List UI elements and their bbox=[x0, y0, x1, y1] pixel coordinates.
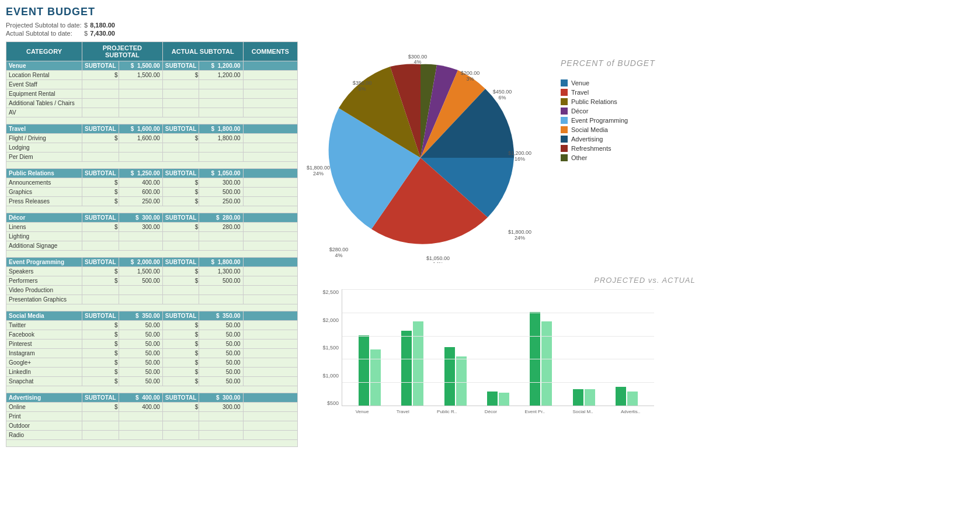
svg-text:6%: 6% bbox=[498, 95, 506, 101]
comments-cell bbox=[243, 311, 297, 321]
bar-x-label: Décor bbox=[485, 409, 497, 414]
projected-bar bbox=[487, 392, 498, 406]
item-name: Flight / Driving bbox=[6, 134, 82, 143]
legend-color bbox=[561, 154, 568, 161]
item-comment bbox=[243, 412, 297, 421]
spacer-row bbox=[6, 386, 298, 393]
projected-value: 8,180.00 bbox=[90, 22, 115, 29]
category-name: Travel bbox=[6, 124, 82, 134]
item-comment bbox=[243, 276, 297, 286]
item-name: LinkedIn bbox=[6, 368, 82, 377]
table-row: Facebook $50.00 $50.00 bbox=[6, 330, 298, 340]
pie-legend: Venue Travel Public Relations Décor Even… bbox=[561, 79, 655, 161]
item-comment bbox=[243, 321, 297, 330]
comments-cell bbox=[243, 124, 297, 134]
header-comments: COMMENTS bbox=[243, 42, 297, 61]
category-row: Public Relations SUBTOTAL $ 1,250.00 SUB… bbox=[6, 169, 298, 178]
actual-subtotal: $ 1,050.00 bbox=[199, 169, 243, 178]
proj-subtotal: $ 2,000.00 bbox=[119, 258, 162, 267]
actual-subtotal: $ 1,800.00 bbox=[199, 258, 243, 267]
right-panel: $1,200.00 16% $450.00 6% $200.00 3% $300… bbox=[304, 6, 974, 447]
item-comment bbox=[243, 178, 297, 188]
legend-color bbox=[561, 126, 568, 133]
bar-pair bbox=[616, 387, 638, 406]
item-comment bbox=[243, 99, 297, 108]
table-row: Additional Signage bbox=[6, 241, 298, 251]
bar-chart-title: PROJECTED vs. ACTUAL bbox=[315, 276, 974, 285]
table-row: Outdoor bbox=[6, 421, 298, 431]
subtotal-label: SUBTOTAL bbox=[82, 124, 119, 134]
table-row: Press Releases $250.00 $250.00 bbox=[6, 197, 298, 206]
item-name: Location Rental bbox=[6, 71, 82, 80]
item-name: Linens bbox=[6, 223, 82, 232]
item-comment bbox=[243, 340, 297, 349]
bar-x-label: Advertis.. bbox=[621, 409, 640, 414]
item-name: Radio bbox=[6, 431, 82, 440]
table-row: Per Diem bbox=[6, 153, 298, 162]
legend-label: Travel bbox=[571, 89, 589, 96]
item-comment bbox=[243, 223, 297, 232]
spacer-row bbox=[6, 251, 298, 258]
actual-subtotal: $ 300.00 bbox=[199, 393, 243, 403]
item-name: Speakers bbox=[6, 267, 82, 276]
projected-bar bbox=[401, 331, 412, 406]
page-title: EVENT BUDGET bbox=[6, 6, 298, 18]
proj-subtotal: $ 1,600.00 bbox=[119, 124, 162, 134]
legend-color bbox=[561, 89, 568, 96]
table-row: Video Production bbox=[6, 286, 298, 295]
svg-text:$350.00: $350.00 bbox=[353, 80, 372, 86]
proj-subtotal: $ 350.00 bbox=[119, 311, 162, 321]
bar-pair bbox=[573, 389, 595, 406]
svg-text:$280.00: $280.00 bbox=[329, 247, 349, 252]
svg-text:$200.00: $200.00 bbox=[461, 70, 480, 76]
item-name: Performers bbox=[6, 276, 82, 286]
legend-item: Event Programming bbox=[561, 117, 655, 124]
proj-subtotal: $ 1,250.00 bbox=[119, 169, 162, 178]
actual-bar bbox=[627, 392, 638, 406]
subtotal-label: SUBTOTAL bbox=[82, 213, 119, 223]
item-comment bbox=[243, 267, 297, 276]
legend-color bbox=[561, 136, 568, 143]
category-row: Advertising SUBTOTAL $ 400.00 SUBTOTAL $… bbox=[6, 393, 298, 403]
svg-text:$1,200.00: $1,200.00 bbox=[508, 150, 531, 156]
legend-label: Décor bbox=[571, 108, 588, 115]
category-name: Social Media bbox=[6, 311, 82, 321]
pie-chart: $1,200.00 16% $450.00 6% $200.00 3% $300… bbox=[304, 53, 549, 263]
legend-item: Décor bbox=[561, 108, 655, 115]
category-row: Event Programming SUBTOTAL $ 2,000.00 SU… bbox=[6, 258, 298, 267]
bar-x-label: Social M.. bbox=[572, 409, 593, 414]
table-header: CATEGORY PROJECTED SUBTOTAL ACTUAL SUBTO… bbox=[6, 42, 298, 61]
table-row: Event Staff bbox=[6, 80, 298, 89]
actual-subtotal-label: SUBTOTAL bbox=[162, 258, 199, 267]
item-name: Online bbox=[6, 403, 82, 412]
legend-item: Advertising bbox=[561, 136, 655, 143]
item-comment bbox=[243, 431, 297, 440]
category-row: Travel SUBTOTAL $ 1,600.00 SUBTOTAL $ 1,… bbox=[6, 124, 298, 134]
table-row: Snapchat $50.00 $50.00 bbox=[6, 377, 298, 386]
svg-text:$1,050.00: $1,050.00 bbox=[426, 255, 450, 261]
item-name: Press Releases bbox=[6, 197, 82, 206]
svg-text:$1,800.00: $1,800.00 bbox=[508, 229, 531, 235]
actual-subtotal: $ 280.00 bbox=[199, 213, 243, 223]
category-name: Advertising bbox=[6, 393, 82, 403]
item-comment bbox=[243, 421, 297, 431]
item-comment bbox=[243, 358, 297, 368]
table-row: Speakers $1,500.00 $1,300.00 bbox=[6, 267, 298, 276]
item-name: Google+ bbox=[6, 358, 82, 368]
subtotal-label: SUBTOTAL bbox=[82, 258, 119, 267]
actual-label: Actual Subtotal to date: bbox=[6, 30, 82, 37]
bar-pair bbox=[444, 347, 467, 406]
item-name: Twitter bbox=[6, 321, 82, 330]
category-row: Décor SUBTOTAL $ 300.00 SUBTOTAL $ 280.0… bbox=[6, 213, 298, 223]
item-name: Event Staff bbox=[6, 80, 82, 89]
item-comment bbox=[243, 349, 297, 358]
bar-pair bbox=[487, 392, 509, 406]
table-row: Instagram $50.00 $50.00 bbox=[6, 349, 298, 358]
svg-text:16%: 16% bbox=[515, 156, 525, 162]
legend-label: Social Media bbox=[571, 126, 608, 133]
legend-item: Other bbox=[561, 154, 655, 161]
legend-label: Venue bbox=[571, 79, 589, 86]
category-row: Social Media SUBTOTAL $ 350.00 SUBTOTAL … bbox=[6, 311, 298, 321]
item-name: Print bbox=[6, 412, 82, 421]
actual-bar bbox=[370, 349, 381, 406]
